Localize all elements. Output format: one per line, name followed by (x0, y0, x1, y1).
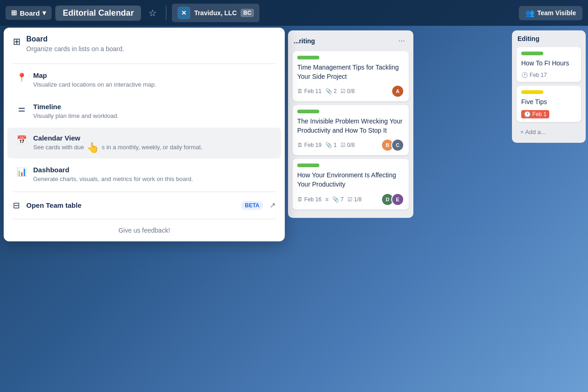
timeline-icon: ⚌ (17, 104, 27, 114)
card-attachments-1: 📎 2 (325, 88, 337, 94)
card-date-3: 🗓 Feb 16 (297, 196, 322, 203)
board-grid-icon-dropdown: ⊞ (13, 36, 21, 47)
feedback-label: Give us feedback! (118, 227, 170, 234)
card-environment[interactable]: How Your Environment Is Affecting Your P… (293, 159, 409, 209)
card-checklist-3: ☑ 1/8 (347, 196, 362, 203)
team-visible-button[interactable]: 👥 Team Visible (519, 6, 582, 20)
editing-card-footer-1: 🕐 Feb 17 (521, 72, 576, 78)
dashboard-menu-item[interactable]: 📊 Dashboard Generate charts, visuals, an… (7, 159, 281, 190)
table-label: Open Team table (26, 201, 235, 209)
board-menu-desc: Organize cards in lists on a board. (26, 45, 124, 53)
editing-card-label-1 (521, 52, 543, 55)
map-content: Map Visualize card locations on an inter… (33, 71, 156, 89)
card-avatars-3: D E (384, 193, 404, 206)
card-time-management[interactable]: Time Management Tips for Tackling Your S… (293, 51, 409, 101)
card-label-green-3 (297, 164, 319, 167)
editing-column: Editing How To FI Hours 🕐 Feb 17 Five Ti… (512, 30, 586, 143)
board-menu-title: Board (26, 35, 124, 43)
divider-1 (13, 64, 276, 64)
card-lines-3: ≡ (325, 196, 329, 203)
dashboard-content: Dashboard Generate charts, visuals, and … (33, 166, 193, 183)
card-attachments-3: 📎 7 (332, 196, 344, 203)
board-title[interactable]: Editorial Calendar (55, 6, 141, 21)
timeline-content: Timeline Visually plan time and workload… (33, 103, 118, 120)
editing-card-date-1: 🕐 Feb 17 (521, 72, 547, 78)
avatar-5: E (391, 193, 404, 206)
editing-card-footer-2: 🕐 Feb 1 (521, 110, 576, 118)
board-button-label: Board (20, 9, 40, 17)
avatar-3: C (391, 139, 404, 152)
map-title: Map (33, 71, 156, 79)
card-label-green-2 (297, 110, 319, 113)
calendar-view-menu-item[interactable]: 📅 Calendar View See cards with due 👆 s i… (7, 128, 281, 158)
writing-column-title: ...riting (294, 37, 315, 45)
card-attachments-2: 📎 1 (325, 142, 337, 148)
card-checklist-1: ☑ 0/8 (341, 88, 355, 94)
map-desc: Visualize card locations on an interacti… (33, 81, 156, 89)
external-link-icon: ↗ (270, 201, 276, 210)
writing-column: ...riting ··· Time Management Tips for T… (288, 30, 413, 218)
dashboard-desc: Generate charts, visuals, and metrics fo… (33, 175, 193, 183)
feedback-row[interactable]: Give us feedback! (4, 221, 285, 241)
editing-column-header: Editing (517, 35, 581, 42)
avatar-1: A (391, 85, 404, 98)
card-invisible-problem[interactable]: The Invisible Problem Wrecking Your Prod… (293, 105, 409, 155)
card-avatars-1: A (394, 85, 404, 98)
open-team-table-item[interactable]: ⊟ Open Team table BETA ↗ (4, 194, 285, 217)
view-switcher-dropdown[interactable]: ⊞ Board Organize cards in lists on a boa… (4, 28, 285, 241)
divider-3 (13, 219, 276, 219)
writing-column-partial: ...riting ··· Time Management Tips for T… (288, 30, 509, 218)
map-menu-item[interactable]: 📍 Map Visualize card locations on an int… (7, 65, 281, 95)
board-menu-item[interactable]: ⊞ Board Organize cards in lists on a boa… (13, 35, 276, 56)
calendar-icon: 📅 (17, 135, 27, 145)
star-button[interactable]: ☆ (145, 6, 160, 20)
timeline-title: Timeline (33, 103, 118, 111)
card-date-2: 🗓 Feb 19 (297, 142, 322, 148)
workspace-button[interactable]: ✕ Travidux, LLC BC (172, 4, 259, 22)
calendar-title: Calendar View (33, 134, 202, 142)
star-icon: ☆ (148, 8, 157, 18)
divider-2 (13, 192, 276, 192)
main-area: ...riting ··· Time Management Tips for T… (0, 26, 588, 392)
card-footer-1: 🗓 Feb 11 📎 2 ☑ 0/8 A (297, 85, 404, 98)
add-card-label: + Add a... (520, 129, 546, 135)
add-card-button[interactable]: + Add a... (517, 126, 581, 138)
beta-badge: BETA (241, 201, 263, 210)
table-icon: ⊟ (13, 200, 20, 211)
editing-card-title-2: Five Tips (521, 98, 576, 107)
editing-column-title: Editing (517, 35, 539, 42)
board-view-button[interactable]: ⊞ Board ▾ (6, 6, 52, 20)
calendar-content: Calendar View See cards with due 👆 s in … (33, 134, 202, 152)
card-footer-3: 🗓 Feb 16 ≡ 📎 7 ☑ 1/8 D E (297, 193, 404, 206)
writing-column-menu-button[interactable]: ··· (395, 35, 408, 47)
board-chevron-icon: ▾ (42, 9, 46, 17)
calendar-desc: See cards with due 👆 s in a monthly, wee… (33, 143, 202, 152)
board-section: ⊞ Board Organize cards in lists on a boa… (4, 28, 285, 64)
workspace-badge: BC (241, 9, 254, 17)
timeline-menu-item[interactable]: ⚌ Timeline Visually plan time and worklo… (7, 96, 281, 127)
editing-column-area: Editing How To FI Hours 🕐 Feb 17 Five Ti… (512, 30, 588, 143)
board-grid-icon: ⊞ (11, 9, 17, 17)
card-how-to-fi[interactable]: How To FI Hours 🕐 Feb 17 (517, 47, 581, 82)
card-five-tips[interactable]: Five Tips 🕐 Feb 1 (517, 86, 581, 123)
card-checklist-2: ☑ 0/8 (341, 142, 355, 148)
team-icon: 👥 (525, 9, 535, 18)
editing-card-label-2 (521, 90, 543, 94)
workspace-icon-char: ✕ (181, 9, 187, 17)
card-date-1: 🗓 Feb 11 (297, 88, 322, 94)
board-dropdown-icon: ⊞ (13, 36, 21, 47)
card-label-green (297, 56, 319, 59)
header: ⊞ Board ▾ Editorial Calendar ☆ ✕ Travidu… (0, 0, 588, 26)
dashboard-icon: 📊 (17, 167, 27, 177)
ellipsis-icon: ··· (398, 36, 405, 45)
team-label: Team Visible (537, 9, 576, 17)
header-divider (166, 6, 166, 20)
editing-card-date-2: 🕐 Feb 1 (521, 110, 549, 118)
timeline-desc: Visually plan time and workload. (33, 112, 118, 120)
map-icon: 📍 (17, 72, 27, 82)
card-title-2: The Invisible Problem Wrecking Your Prod… (297, 117, 404, 135)
workspace-name: Travidux, LLC (194, 9, 237, 17)
card-avatars-2: B C (384, 139, 404, 152)
dashboard-title: Dashboard (33, 166, 193, 174)
editing-card-title-1: How To FI Hours (521, 59, 576, 68)
